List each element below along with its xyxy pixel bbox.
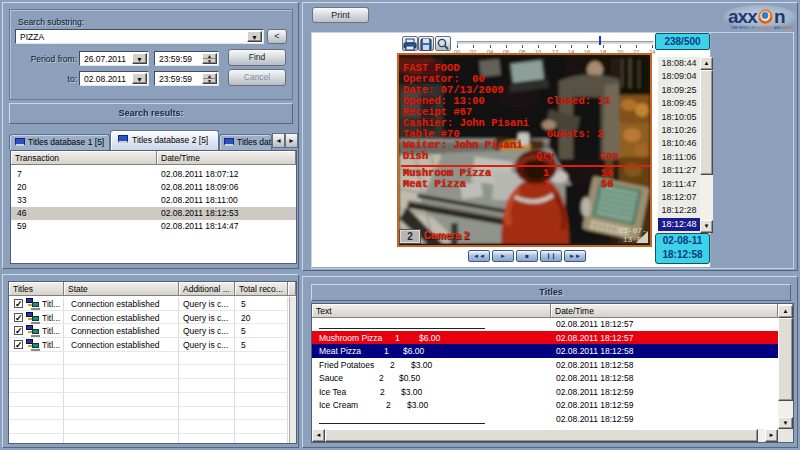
svg-text:THE SPIRIT OF SECURITY AND SAF: THE SPIRIT OF SECURITY AND SAFETY: [731, 26, 796, 30]
svg-text:axx: axx: [728, 6, 758, 27]
svg-text:n: n: [774, 6, 786, 27]
